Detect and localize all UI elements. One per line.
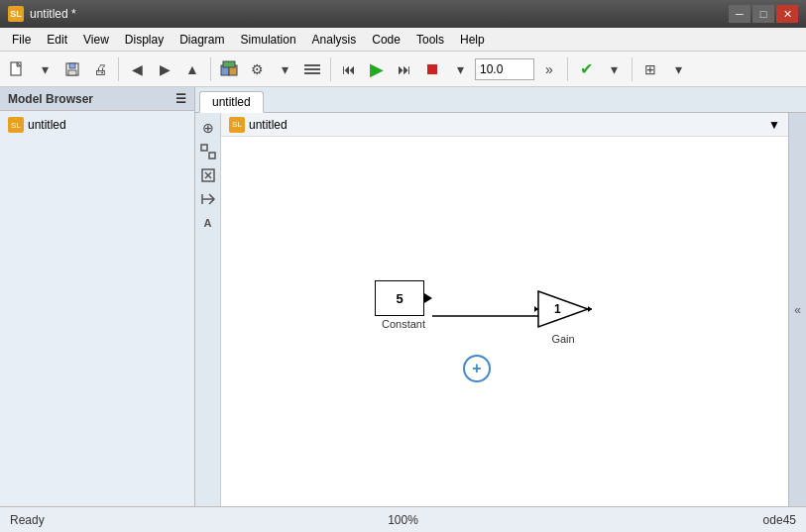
maximize-button[interactable]: □ — [752, 5, 774, 23]
svg-rect-4 — [68, 70, 76, 75]
toolbar-sep-4 — [567, 57, 568, 81]
new-button[interactable] — [4, 56, 30, 82]
save-button[interactable] — [59, 56, 85, 82]
record-dropdown[interactable]: ▾ — [447, 56, 473, 82]
gain-block[interactable]: 1 Gain — [534, 287, 592, 345]
wire-svg — [221, 137, 788, 506]
statusbar: Ready 100% ode45 — [0, 506, 806, 532]
diagram-area: ⊕ A SL untitled ▼ — [195, 113, 806, 506]
gain-svg: 1 — [534, 287, 592, 331]
main-area: Model Browser ☰ SL untitled untitled ⊕ — [0, 87, 806, 506]
svg-rect-9 — [304, 68, 320, 70]
menu-help[interactable]: Help — [452, 31, 493, 49]
svg-rect-7 — [223, 61, 235, 67]
text-button[interactable]: A — [197, 212, 219, 234]
back-button[interactable]: ◀ — [124, 56, 150, 82]
run-button[interactable]: ▶ — [364, 56, 390, 82]
menu-code[interactable]: Code — [364, 31, 408, 49]
open-dropdown-button[interactable]: ▾ — [32, 56, 58, 82]
grid-dropdown[interactable]: ▾ — [665, 56, 691, 82]
menu-diagram[interactable]: Diagram — [172, 31, 232, 49]
library-button[interactable] — [216, 56, 242, 82]
step-fwd-button[interactable]: ⏭ — [392, 56, 417, 82]
menu-display[interactable]: Display — [117, 31, 172, 49]
model-browser-content: SL untitled — [0, 111, 194, 506]
diagram-path: SL untitled ▼ — [221, 113, 788, 137]
sim-time-input[interactable] — [475, 58, 534, 80]
sim-more-button[interactable]: » — [536, 56, 562, 82]
tab-untitled[interactable]: untitled — [199, 91, 264, 113]
constant-label: Constant — [382, 318, 425, 330]
svg-rect-10 — [304, 72, 320, 74]
zoom-arrow-button[interactable] — [197, 188, 219, 210]
tree-item-icon: SL — [8, 117, 24, 133]
menu-edit[interactable]: Edit — [39, 31, 75, 49]
forward-button[interactable]: ▶ — [152, 56, 177, 82]
app-icon: SL — [8, 6, 24, 22]
model-browser-menu-icon[interactable]: ☰ — [175, 92, 186, 106]
model-browser-header: Model Browser ☰ — [0, 87, 194, 111]
up-button[interactable]: ▲ — [179, 56, 205, 82]
solver-name: ode45 — [534, 513, 796, 527]
tab-label: untitled — [212, 95, 251, 109]
diagram-path-dropdown[interactable]: ▼ — [768, 118, 780, 132]
canvas-area: untitled ⊕ A — [195, 87, 806, 506]
check-dropdown[interactable]: ▾ — [601, 56, 627, 82]
simulink-canvas[interactable]: SL untitled ▼ 5 — [221, 113, 788, 506]
toolbar-sep-1 — [118, 57, 119, 81]
left-toolbar: ⊕ A — [195, 113, 221, 506]
step-back-button[interactable]: ⏮ — [336, 56, 362, 82]
constant-out-port — [424, 293, 432, 303]
tree-item-label: untitled — [28, 118, 66, 132]
model-browser: Model Browser ☰ SL untitled — [0, 87, 195, 506]
tabs-bar: untitled — [195, 87, 806, 113]
toolbar-sep-5 — [632, 57, 633, 81]
svg-rect-3 — [69, 63, 75, 68]
window-title: untitled * — [30, 7, 729, 21]
settings-dropdown[interactable]: ▾ — [272, 56, 297, 82]
menu-analysis[interactable]: Analysis — [304, 31, 365, 49]
toolbar-sep-3 — [330, 57, 331, 81]
check-button[interactable]: ✔ — [573, 56, 599, 82]
tree-item-untitled[interactable]: SL untitled — [4, 115, 190, 135]
menu-file[interactable]: File — [4, 31, 39, 49]
params-button[interactable] — [299, 56, 325, 82]
constant-box: 5 — [375, 280, 424, 316]
zoom-fit-button[interactable] — [197, 141, 219, 162]
stop-button[interactable]: ⏹ — [419, 56, 445, 82]
model-browser-title: Model Browser — [8, 92, 93, 106]
toolbar-sep-2 — [210, 57, 211, 81]
zoom-level: 100% — [272, 513, 533, 527]
window-controls: ─ □ ✕ — [729, 5, 798, 23]
minimize-button[interactable]: ─ — [729, 5, 750, 23]
svg-rect-12 — [209, 153, 215, 159]
svg-rect-8 — [304, 64, 320, 66]
constant-value: 5 — [396, 291, 403, 306]
diagram-path-label: untitled — [249, 118, 288, 132]
status-text: Ready — [10, 513, 272, 527]
grid-button[interactable]: ⊞ — [637, 56, 663, 82]
menubar: File Edit View Display Diagram Simulatio… — [0, 28, 806, 52]
print-button[interactable]: 🖨 — [87, 56, 113, 82]
svg-marker-20 — [588, 306, 592, 312]
gain-value-text: 1 — [554, 302, 561, 316]
constant-block[interactable]: 5 Constant — [375, 280, 432, 330]
menu-view[interactable]: View — [75, 31, 117, 49]
diagram-path-icon: SL — [229, 117, 245, 133]
zoom-fit2-button[interactable] — [197, 164, 219, 186]
close-button[interactable]: ✕ — [776, 5, 798, 23]
toolbar: ▾ 🖨 ◀ ▶ ▲ ⚙ ▾ ⏮ ▶ ⏭ ⏹ ▾ » ✔ ▾ ⊞ ▾ — [0, 52, 806, 87]
crosshair-cursor — [463, 355, 491, 382]
zoom-in-button[interactable]: ⊕ — [197, 117, 219, 139]
gain-label: Gain — [551, 333, 574, 345]
svg-rect-11 — [201, 145, 207, 151]
menu-simulation[interactable]: Simulation — [233, 31, 304, 49]
svg-marker-16 — [538, 291, 588, 327]
settings-button[interactable]: ⚙ — [244, 56, 270, 82]
collapse-button[interactable]: « — [788, 113, 806, 506]
titlebar: SL untitled * ─ □ ✕ — [0, 0, 806, 28]
menu-tools[interactable]: Tools — [408, 31, 452, 49]
